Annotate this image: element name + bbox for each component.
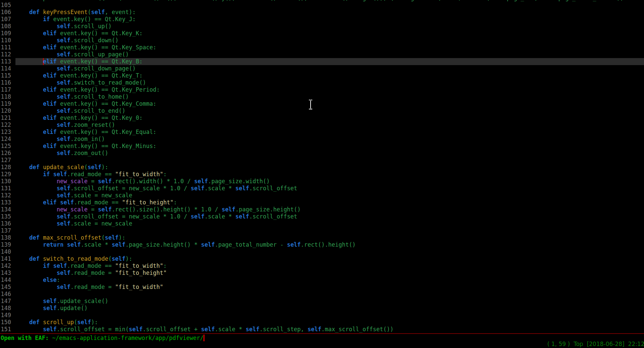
code-line[interactable]: 148 self.update() (0, 305, 644, 312)
code-line[interactable]: 106 def keyPressEvent(self, event): (0, 9, 644, 16)
line-number: 141 (0, 255, 11, 262)
code-line-text: return self.scale * self.page_size.heigh… (15, 241, 644, 248)
code-line[interactable]: 149 (0, 312, 644, 319)
code-line-text: self.scale = new_scale (15, 220, 644, 227)
code-line[interactable]: 116 self.switch_to_read_mode() (0, 79, 644, 86)
code-line[interactable]: 146 (0, 291, 644, 298)
code-line[interactable]: 125 elif event.key() == Qt.Key_Minus: (0, 143, 644, 150)
line-number: 121 (0, 114, 11, 121)
code-line[interactable]: 105 (0, 2, 644, 9)
line-number: 105 (0, 2, 11, 9)
code-line-text: self.scroll_to_home() (15, 93, 644, 100)
code-line-text: new_scale = self.rect().width() * 1.0 / … (15, 178, 644, 185)
line-number: 109 (0, 30, 11, 37)
code-line[interactable]: 112 self.scroll_up_page() (0, 51, 644, 58)
code-line-text: self.scroll_offset = new_scale * 1.0 / s… (15, 213, 644, 220)
line-number: 151 (0, 326, 11, 333)
code-line-text (15, 291, 644, 298)
code-line-text: elif self.read_mode == "fit_to_height": (15, 199, 644, 206)
line-number: 126 (0, 150, 11, 157)
code-line[interactable]: 113 elif event.key() == Qt.Key_B: (0, 58, 644, 65)
code-line-text: self.update() (15, 305, 644, 312)
line-number: 143 (0, 269, 11, 277)
code-line[interactable]: 108 self.scroll_up() (0, 23, 644, 30)
code-line-text: self.scroll_to_end() (15, 107, 644, 114)
code-line[interactable]: 121 elif event.key() == Qt.Key_0: (0, 114, 644, 121)
code-line[interactable]: 143 self.read_mode = "fit_to_height" (0, 269, 644, 277)
line-number: 128 (0, 164, 11, 171)
code-line[interactable]: 107 if event.key() == Qt.Key_J: (0, 16, 644, 23)
code-line-text: self.zoom_out() (15, 150, 644, 157)
code-line[interactable]: 138 def max_scroll_offset(self): (0, 234, 644, 241)
code-line[interactable]: 128 def update_scale(self): (0, 164, 644, 171)
line-number: 137 (0, 227, 11, 234)
line-number: 112 (0, 51, 11, 58)
code-line[interactable]: 145 self.read_mode = "fit_to_width" (0, 284, 644, 291)
minibuffer-input[interactable]: ~/emacs-application-framework/app/pdfvie… (52, 335, 203, 341)
line-number: 107 (0, 16, 11, 23)
code-line[interactable]: 132 self.scale = new_scale (0, 192, 644, 199)
code-line[interactable]: 151 self.scroll_offset = min(self.scroll… (0, 326, 644, 333)
code-line[interactable]: 140 (0, 248, 644, 255)
code-line[interactable]: 133 elif self.read_mode == "fit_to_heigh… (0, 199, 644, 206)
line-number: 148 (0, 305, 11, 312)
code-line[interactable]: 126 self.zoom_out() (0, 150, 644, 157)
line-number: 106 (0, 9, 11, 16)
code-line-text: def max_scroll_offset(self): (15, 234, 644, 241)
minibuffer-separator (0, 333, 644, 334)
code-line[interactable]: 144 else: (0, 277, 644, 284)
code-line[interactable]: 118 self.scroll_to_home() (0, 93, 644, 100)
code-line-text: if self.read_mode == "fit_to_width": (15, 171, 644, 178)
code-line[interactable]: 147 self.update_scale() (0, 298, 644, 305)
code-line[interactable]: 134 new_scale = self.rect().size().heigh… (0, 206, 644, 213)
code-line[interactable]: 131 self.scroll_offset = new_scale * 1.0… (0, 185, 644, 192)
code-line[interactable]: 114 self.scroll_down_page() (0, 65, 644, 72)
code-line-text (15, 312, 644, 319)
code-line[interactable]: 117 elif event.key() == Qt.Key_Period: (0, 86, 644, 93)
code-line[interactable]: 124 self.zoom_in() (0, 136, 644, 143)
code-line-text: if event.key() == Qt.Key_J: (15, 16, 644, 23)
code-line[interactable]: 142 if self.read_mode == "fit_to_width": (0, 262, 644, 269)
code-line[interactable]: 111 elif event.key() == Qt.Key_Space: (0, 44, 644, 51)
minibuffer[interactable]: Open with EAF: ~/emacs-application-frame… (1, 334, 204, 342)
code-line[interactable]: 120 self.scroll_to_end() (0, 107, 644, 114)
code-line[interactable]: 150 def scroll_up(self): (0, 319, 644, 326)
code-line[interactable]: 119 elif event.key() == Qt.Key_Comma: (0, 100, 644, 107)
code-line[interactable]: 109 elif event.key() == Qt.Key_K: (0, 30, 644, 37)
line-number: 127 (0, 157, 11, 164)
line-number: 125 (0, 143, 11, 150)
code-line-text: elif event.key() == Qt.Key_0: (15, 114, 644, 121)
code-line[interactable]: 141 def switch_to_read_mode(self): (0, 255, 644, 262)
line-number: 147 (0, 298, 11, 305)
line-number: 133 (0, 199, 11, 206)
minibuffer-text-cursor (203, 335, 204, 341)
code-line-text: def update_scale(self): (15, 164, 644, 171)
code-line-text: new_scale = self.rect().size().height() … (15, 206, 644, 213)
code-line[interactable]: 135 self.scroll_offset = new_scale * 1.0… (0, 213, 644, 220)
code-line[interactable]: 137 (0, 227, 644, 234)
code-line-text: self.scroll_offset = min(self.scroll_off… (15, 326, 644, 333)
code-line[interactable]: 136 self.scale = new_scale (0, 220, 644, 227)
code-line[interactable]: 115 elif event.key() == Qt.Key_T: (0, 72, 644, 79)
line-number: 110 (0, 37, 11, 44)
code-line[interactable]: 127 (0, 157, 644, 164)
code-line[interactable]: 122 self.zoom_reset() (0, 121, 644, 129)
code-editor-buffer[interactable]: painter.drawText(QRect(self.rect().x(), … (0, 0, 644, 333)
line-number: 115 (0, 72, 11, 79)
code-line-text: self.scroll_down() (15, 37, 644, 44)
line-number: 113 (0, 58, 11, 65)
code-line[interactable]: 123 elif event.key() == Qt.Key_Equal: (0, 129, 644, 136)
line-number: 118 (0, 93, 11, 100)
code-line-text: elif event.key() == Qt.Key_Minus: (15, 143, 644, 150)
code-line-text: self.zoom_in() (15, 136, 644, 143)
code-line-text: elif event.key() == Qt.Key_B: (15, 58, 644, 65)
code-line[interactable]: 130 new_scale = self.rect().width() * 1.… (0, 178, 644, 185)
code-line[interactable]: 139 return self.scale * self.page_size.h… (0, 241, 644, 248)
line-number: 108 (0, 23, 11, 30)
line-number: 122 (0, 121, 11, 129)
code-line[interactable]: 110 self.scroll_down() (0, 37, 644, 44)
code-line-text (15, 227, 644, 234)
code-line-text: self.read_mode = "fit_to_width" (15, 284, 644, 291)
code-line[interactable]: 129 if self.read_mode == "fit_to_width": (0, 171, 644, 178)
line-number: 149 (0, 312, 11, 319)
